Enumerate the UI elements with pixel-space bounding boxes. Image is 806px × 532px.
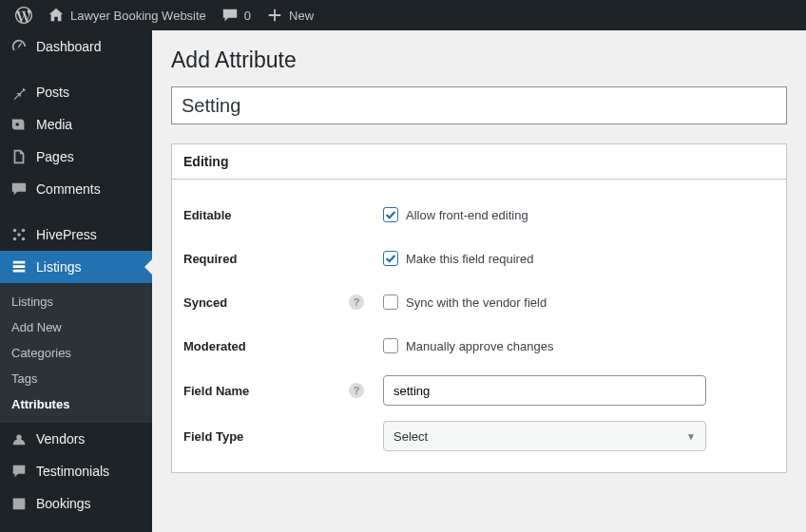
sidebar-item-label: Posts xyxy=(36,85,69,100)
checkbox-required[interactable] xyxy=(383,251,398,266)
sidebar-item-posts[interactable]: Posts xyxy=(0,76,152,108)
sidebar-item-comments[interactable]: Comments xyxy=(0,173,152,205)
vendors-icon xyxy=(10,430,28,447)
checkbox-synced[interactable] xyxy=(383,294,398,310)
postbox-heading: Editing xyxy=(172,144,786,180)
sidebar-item-vendors[interactable]: Vendors xyxy=(0,423,152,455)
testimonials-icon xyxy=(10,463,28,480)
submenu-attributes[interactable]: Attributes xyxy=(0,391,152,417)
wp-logo[interactable] xyxy=(8,0,40,30)
checkbox-label: Manually approve changes xyxy=(406,339,553,353)
row-moderated: Moderated Manually approve changes xyxy=(183,324,775,368)
submenu-listings[interactable]: Listings xyxy=(0,289,152,314)
checkbox-label: Make this field required xyxy=(406,252,533,266)
comment-icon xyxy=(10,180,28,198)
pin-icon xyxy=(10,84,28,101)
site-name: Lawyer Booking Website xyxy=(70,9,206,23)
content-area: Add Attribute Editing Editable Allow fro… xyxy=(152,30,806,532)
label-editable: Editable xyxy=(183,208,383,222)
row-synced: Synced ? Sync with the vendor field xyxy=(183,280,775,324)
hivepress-icon xyxy=(10,226,28,243)
row-field-type: Field Type Select ▼ xyxy=(183,413,775,459)
sidebar-item-label: Pages xyxy=(36,149,74,164)
row-editable: Editable Allow front-end editing xyxy=(183,193,775,237)
page-title: Add Attribute xyxy=(171,48,787,73)
help-icon[interactable]: ? xyxy=(349,294,364,310)
sidebar-item-hivepress[interactable]: HivePress xyxy=(0,218,152,251)
checkbox-moderated[interactable] xyxy=(383,338,398,353)
sidebar-item-label: Testimonials xyxy=(36,464,109,479)
sidebar-item-label: Bookings xyxy=(36,496,91,511)
sidebar-item-pages[interactable]: Pages xyxy=(0,141,152,173)
sidebar-item-dashboard[interactable]: Dashboard xyxy=(0,30,152,63)
svg-point-1 xyxy=(22,229,26,233)
admin-bar: Lawyer Booking Website 0 New xyxy=(0,0,806,30)
svg-point-0 xyxy=(13,229,17,233)
dashboard-icon xyxy=(10,38,28,55)
checkbox-label: Sync with the vendor field xyxy=(406,295,547,310)
comments-count: 0 xyxy=(244,9,251,23)
sidebar-item-label: Media xyxy=(36,117,72,132)
field-type-select[interactable]: Select ▼ xyxy=(383,421,706,451)
new-label: New xyxy=(289,9,314,23)
home-icon xyxy=(48,7,65,24)
submenu-add-new[interactable]: Add New xyxy=(0,314,152,340)
svg-point-2 xyxy=(17,233,21,237)
listings-submenu: Listings Add New Categories Tags Attribu… xyxy=(0,283,152,423)
calendar-icon xyxy=(10,495,28,512)
site-link[interactable]: Lawyer Booking Website xyxy=(40,0,214,30)
comment-icon xyxy=(221,7,239,24)
field-name-input[interactable] xyxy=(383,375,706,406)
sidebar-item-media[interactable]: Media xyxy=(0,108,152,141)
sidebar-item-label: Comments xyxy=(36,181,101,197)
label-field-type: Field Type xyxy=(183,429,383,444)
sidebar-item-label: Vendors xyxy=(36,431,85,446)
admin-sidebar: Dashboard Posts Media Pages Comments Hiv… xyxy=(0,30,152,532)
comments-link[interactable]: 0 xyxy=(214,0,259,30)
page-icon xyxy=(10,148,28,165)
svg-point-4 xyxy=(22,238,26,241)
checkbox-editable[interactable] xyxy=(383,207,398,222)
row-required: Required Make this field required xyxy=(183,237,775,280)
media-icon xyxy=(10,116,28,133)
submenu-tags[interactable]: Tags xyxy=(0,366,152,391)
label-moderated: Moderated xyxy=(183,339,383,353)
sidebar-item-testimonials[interactable]: Testimonials xyxy=(0,455,152,487)
checkbox-label: Allow front-end editing xyxy=(406,208,528,222)
label-synced: Synced xyxy=(183,295,227,310)
help-icon[interactable]: ? xyxy=(349,383,364,398)
chevron-down-icon: ▼ xyxy=(686,431,696,442)
sidebar-item-bookings[interactable]: Bookings xyxy=(0,487,152,520)
submenu-categories[interactable]: Categories xyxy=(0,340,152,366)
sidebar-item-label: HivePress xyxy=(36,227,97,242)
new-content-link[interactable]: New xyxy=(259,0,321,30)
svg-point-3 xyxy=(13,238,17,241)
plus-icon xyxy=(266,7,283,24)
label-required: Required xyxy=(183,252,383,266)
sidebar-item-listings[interactable]: Listings xyxy=(0,251,152,283)
label-field-name: Field Name xyxy=(183,384,249,398)
attribute-title-input[interactable] xyxy=(171,86,787,124)
sidebar-item-label: Dashboard xyxy=(36,39,102,54)
sidebar-item-label: Listings xyxy=(36,259,81,275)
select-value: Select xyxy=(393,429,428,444)
editing-postbox: Editing Editable Allow front-end editing… xyxy=(171,143,787,473)
row-field-name: Field Name ? xyxy=(183,368,775,413)
listings-icon xyxy=(10,258,28,276)
